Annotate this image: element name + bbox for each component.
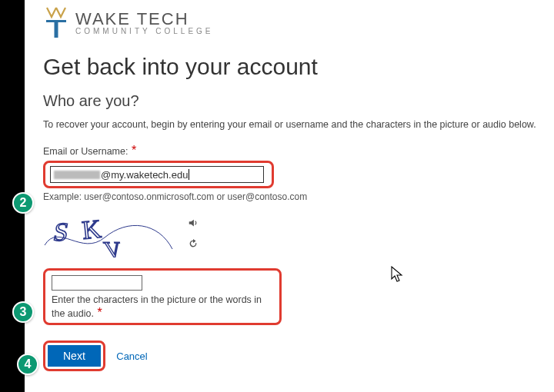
- cancel-link[interactable]: Cancel: [116, 350, 147, 362]
- captcha-input[interactable]: [52, 275, 142, 291]
- svg-rect-0: [46, 20, 66, 22]
- svg-text:S: S: [52, 217, 72, 246]
- brand-line2: COMMUNITY COLLEGE: [75, 28, 214, 35]
- captcha-section: S K V: [43, 214, 543, 257]
- captcha-help-text: Enter the characters in the picture or t…: [52, 294, 262, 319]
- email-label: Email or Username:: [43, 146, 128, 157]
- intro-text: To recover your account, begin by enteri…: [43, 119, 543, 130]
- page-subtitle: Who are you?: [43, 92, 543, 110]
- redacted-username: [54, 171, 100, 179]
- waketech-mark-icon: [43, 6, 69, 40]
- svg-text:V: V: [102, 237, 124, 257]
- next-button[interactable]: Next: [48, 345, 101, 367]
- email-example: Example: user@contoso.onmicrosoft.com or…: [43, 191, 543, 202]
- captcha-image: S K V: [43, 214, 174, 257]
- required-mark: *: [97, 306, 102, 319]
- email-suffix: @my.waketech.edu: [101, 169, 188, 181]
- step-marker-2: 2: [12, 192, 34, 214]
- step-marker-4: 4: [17, 354, 38, 375]
- email-input[interactable]: @my.waketech.edu: [50, 166, 264, 183]
- step-marker-3: 3: [12, 301, 34, 323]
- next-highlight-box: Next: [43, 341, 105, 371]
- brand-logo: WAKE TECH COMMUNITY COLLEGE: [43, 6, 543, 40]
- captcha-highlight-box: Enter the characters in the picture or t…: [43, 268, 282, 325]
- mouse-cursor-icon: [391, 266, 403, 283]
- refresh-icon[interactable]: [188, 238, 199, 251]
- svg-text:K: K: [81, 214, 103, 244]
- text-caret: [189, 169, 189, 180]
- required-mark: *: [132, 144, 136, 157]
- brand-text: WAKE TECH COMMUNITY COLLEGE: [75, 11, 214, 35]
- email-highlight-box: @my.waketech.edu: [43, 161, 274, 188]
- page-title: Get back into your account: [43, 54, 543, 80]
- page-content: WAKE TECH COMMUNITY COLLEGE Get back int…: [43, 6, 543, 371]
- audio-icon[interactable]: [188, 218, 199, 231]
- svg-rect-1: [55, 22, 58, 38]
- brand-line1: WAKE TECH: [75, 11, 214, 28]
